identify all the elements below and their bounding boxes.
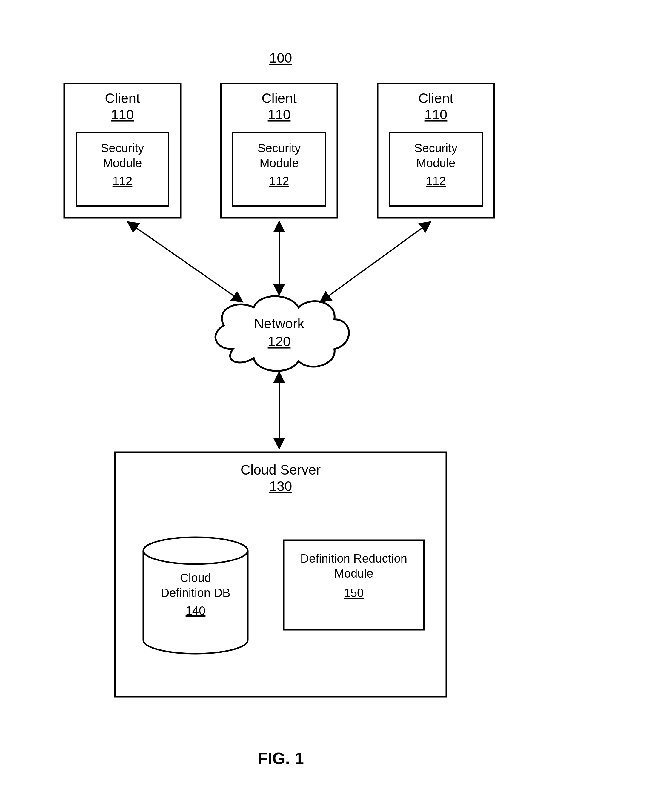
client-ref: 110	[111, 107, 134, 122]
drm-line2: Module	[334, 567, 373, 580]
client-box-3: Client 110 Security Module 112	[378, 84, 494, 218]
network-ref: 120	[268, 334, 291, 349]
cloud-definition-db: Cloud Definition DB 140	[143, 537, 248, 654]
arrow-client1-network	[128, 222, 242, 302]
cloud-server-box: Cloud Server 130 Cloud Definition DB 140…	[115, 452, 446, 697]
client-box-1: Client 110 Security Module 112	[64, 84, 181, 218]
db-line1: Cloud	[180, 571, 211, 584]
client-title: Client	[418, 90, 454, 106]
client-title: Client	[105, 90, 140, 106]
security-module-title2: Module	[416, 156, 455, 169]
arrow-client3-network	[321, 222, 430, 302]
security-module-ref: 112	[113, 174, 133, 187]
drm-ref: 150	[344, 586, 364, 599]
client-box-2: Client 110 Security Module 112	[221, 84, 337, 218]
svg-point-7	[143, 537, 248, 564]
figure-caption: FIG. 1	[257, 749, 304, 768]
security-module-title: Security	[414, 142, 458, 155]
client-ref: 110	[424, 107, 447, 122]
client-ref: 110	[268, 107, 291, 122]
drm-line1: Definition Reduction	[301, 552, 407, 565]
db-line2: Definition DB	[160, 586, 230, 599]
security-module-title: Security	[101, 142, 144, 155]
network-title: Network	[254, 316, 305, 331]
server-ref: 130	[269, 478, 292, 494]
security-module-ref: 112	[426, 174, 446, 187]
server-title: Cloud Server	[241, 462, 321, 478]
security-module-ref: 112	[269, 174, 289, 187]
security-module-title2: Module	[260, 156, 299, 169]
definition-reduction-module: Definition Reduction Module 150	[284, 540, 424, 630]
network-cloud: Network 120	[216, 296, 349, 371]
figure-ref: 100	[269, 50, 292, 66]
security-module-title: Security	[258, 142, 301, 155]
security-module-title2: Module	[103, 156, 142, 169]
client-title: Client	[262, 90, 297, 106]
db-ref: 140	[186, 604, 206, 617]
